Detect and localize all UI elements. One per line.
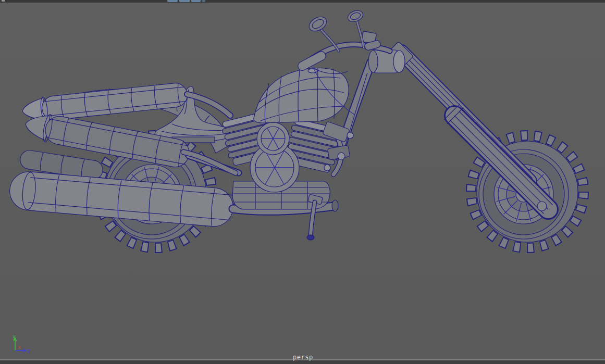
engine[interactable] <box>220 110 342 209</box>
cropped-shelf-button-icon[interactable] <box>167 0 178 2</box>
left-mirror[interactable] <box>306 14 339 51</box>
kickstand-foot <box>307 235 314 240</box>
cropped-shelf-button-icon[interactable] <box>191 0 201 2</box>
perspective-viewport[interactable]: y x z persp <box>0 3 605 360</box>
maya-viewport-window: y x z persp <box>0 0 605 364</box>
axis-gizmo: y x z <box>9 334 39 359</box>
motorcycle-wireframe-model[interactable] <box>0 0 605 364</box>
bottom-bar <box>0 360 605 364</box>
cropped-shelf-button-icon[interactable] <box>179 0 190 2</box>
kickstand[interactable] <box>307 194 323 240</box>
y-axis-label: y <box>13 334 16 340</box>
fuel-tank[interactable] <box>254 68 349 123</box>
axle-nut <box>537 202 547 211</box>
x-axis-label: x <box>18 344 21 350</box>
engine-upper-cover[interactable] <box>257 122 289 155</box>
camera-label: persp <box>293 354 313 361</box>
z-axis-label: z <box>27 348 30 354</box>
toolbar-notch <box>2 0 5 2</box>
exhaust-tip <box>332 200 338 211</box>
cropped-toolbar-strip <box>0 0 605 3</box>
cropped-shelf-button-icon[interactable] <box>202 0 205 2</box>
